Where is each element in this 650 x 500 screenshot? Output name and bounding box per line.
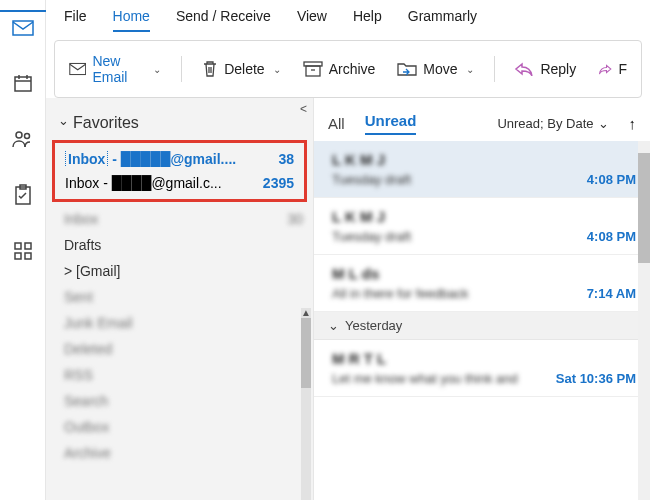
tab-unread[interactable]: Unread xyxy=(365,112,417,135)
chevron-down-icon: ⌄ xyxy=(598,116,609,131)
folder-row[interactable]: Inbox30 xyxy=(64,206,303,232)
nav-scrollbar[interactable]: ▲ xyxy=(301,308,311,500)
chevron-down-icon: ⌄ xyxy=(328,318,339,333)
folder-tree: Inbox30 Drafts > [Gmail] Sent Junk Email… xyxy=(46,204,313,466)
message-item[interactable]: M L ds All in there for feedback 7:14 AM xyxy=(314,255,650,312)
mail-plus-icon xyxy=(69,61,86,77)
svg-rect-9 xyxy=(15,243,21,249)
menubar: File Home Send / Receive View Help Gramm… xyxy=(46,0,650,34)
svg-rect-10 xyxy=(25,243,31,249)
tab-all[interactable]: All xyxy=(328,115,345,132)
chevron-down-icon[interactable]: ⌄ xyxy=(273,64,281,75)
message-item[interactable]: M R T L Let me know what you think and S… xyxy=(314,340,650,397)
menu-view[interactable]: View xyxy=(297,8,327,32)
sort-dropdown[interactable]: Unread; By Date ⌄ xyxy=(497,116,608,131)
folder-row[interactable]: Deleted xyxy=(64,336,303,362)
message-preview: Let me know what you think and xyxy=(332,371,518,386)
forward-label: F xyxy=(618,61,627,77)
reply-arrow-icon xyxy=(514,62,534,76)
delete-label: Delete xyxy=(224,61,264,77)
folder-row[interactable]: Outbox xyxy=(64,414,303,440)
menu-send-receive[interactable]: Send / Receive xyxy=(176,8,271,32)
message-item[interactable]: L K M J Tuesday draft 4:08 PM xyxy=(314,141,650,198)
folder-row[interactable]: RSS xyxy=(64,362,303,388)
date-group-header[interactable]: ⌄ Yesterday xyxy=(314,312,650,340)
content-split: < Favorites Inbox - █████@gmail.... 38 I… xyxy=(46,98,650,500)
new-email-button[interactable]: New Email ⌄ xyxy=(63,49,167,89)
chevron-down-icon[interactable]: ⌄ xyxy=(466,64,474,75)
menu-help[interactable]: Help xyxy=(353,8,382,32)
scroll-thumb[interactable] xyxy=(638,153,650,263)
chevron-down-icon[interactable]: ⌄ xyxy=(153,64,161,75)
favorites-header[interactable]: Favorites xyxy=(46,98,313,138)
move-label: Move xyxy=(423,61,457,77)
archive-icon xyxy=(303,61,323,77)
svg-rect-13 xyxy=(70,63,86,74)
app-rail xyxy=(0,0,46,500)
message-from: M R T L xyxy=(332,350,518,367)
message-from: L K M J xyxy=(332,208,411,225)
sort-label: Unread; By Date xyxy=(497,116,593,131)
menu-grammarly[interactable]: Grammarly xyxy=(408,8,477,32)
menu-home[interactable]: Home xyxy=(113,8,150,32)
list-scrollbar[interactable] xyxy=(638,141,650,500)
message-preview: Tuesday draft xyxy=(332,172,411,187)
rail-people[interactable] xyxy=(0,122,46,156)
forward-arrow-icon xyxy=(598,62,612,76)
collapse-pane-icon[interactable]: < xyxy=(300,102,307,116)
svg-point-5 xyxy=(16,132,22,138)
message-time: 4:08 PM xyxy=(587,172,636,187)
folder-pane: < Favorites Inbox - █████@gmail.... 38 I… xyxy=(46,98,314,500)
menu-file[interactable]: File xyxy=(64,8,87,32)
folder-row[interactable]: Search xyxy=(64,388,303,414)
archive-button[interactable]: Archive xyxy=(297,57,382,81)
message-time: Sat 10:36 PM xyxy=(556,371,636,386)
rail-tasks[interactable] xyxy=(0,178,46,212)
folder-gmail-group[interactable]: > [Gmail] xyxy=(64,258,303,284)
message-preview: All in there for feedback xyxy=(332,286,469,301)
message-time: 4:08 PM xyxy=(587,229,636,244)
message-from: M L ds xyxy=(332,265,469,282)
scroll-thumb[interactable] xyxy=(301,318,311,388)
folder-row[interactable]: Archive xyxy=(64,440,303,466)
account-fragment: @gmail.c... xyxy=(151,175,221,191)
folder-drafts[interactable]: Drafts xyxy=(64,232,303,258)
archive-label: Archive xyxy=(329,61,376,77)
forward-button[interactable]: F xyxy=(592,57,633,81)
folder-row[interactable]: Junk Email xyxy=(64,310,303,336)
svg-rect-1 xyxy=(15,77,31,91)
svg-rect-15 xyxy=(306,66,320,76)
folder-row[interactable]: Sent xyxy=(64,284,303,310)
ribbon-divider xyxy=(494,56,495,82)
rail-calendar[interactable] xyxy=(0,66,46,100)
reply-label: Reply xyxy=(540,61,576,77)
move-button[interactable]: Move ⌄ xyxy=(391,57,479,81)
scroll-up-icon[interactable]: ▲ xyxy=(301,308,311,318)
svg-rect-0 xyxy=(13,21,33,35)
ribbon-divider xyxy=(181,56,182,82)
trash-icon xyxy=(202,60,218,78)
message-item[interactable]: L K M J Tuesday draft 4:08 PM xyxy=(314,198,650,255)
message-from: L K M J xyxy=(332,151,411,168)
new-email-label: New Email xyxy=(92,53,145,85)
message-time: 7:14 AM xyxy=(587,286,636,301)
account-fragment: @gmail.... xyxy=(170,151,236,167)
svg-rect-11 xyxy=(15,253,21,259)
folder-inbox-account1[interactable]: Inbox - █████@gmail.... 38 xyxy=(59,147,300,171)
folder-inbox-account2[interactable]: Inbox - ████@gmail.c... 2395 xyxy=(59,171,300,195)
sort-direction-toggle[interactable]: ↑ xyxy=(629,115,637,132)
annotation-highlight-box: Inbox - █████@gmail.... 38 Inbox - ████@… xyxy=(52,140,307,202)
folder-label: Inbox - xyxy=(65,175,112,191)
ribbon: New Email ⌄ Delete ⌄ Archive Move ⌄ Repl… xyxy=(54,40,642,98)
message-list-pane: All Unread Unread; By Date ⌄ ↑ L K M J T… xyxy=(314,98,650,500)
apps-grid-icon xyxy=(14,242,32,260)
rail-mail[interactable] xyxy=(0,10,46,44)
delete-button[interactable]: Delete ⌄ xyxy=(196,56,286,82)
reply-button[interactable]: Reply xyxy=(508,57,582,81)
calendar-icon xyxy=(13,73,33,93)
unread-count: 2395 xyxy=(263,175,294,191)
svg-point-6 xyxy=(24,134,29,139)
message-list: L K M J Tuesday draft 4:08 PM L K M J Tu… xyxy=(314,141,650,500)
folder-label: Inbox xyxy=(65,151,108,167)
rail-apps[interactable] xyxy=(0,234,46,268)
